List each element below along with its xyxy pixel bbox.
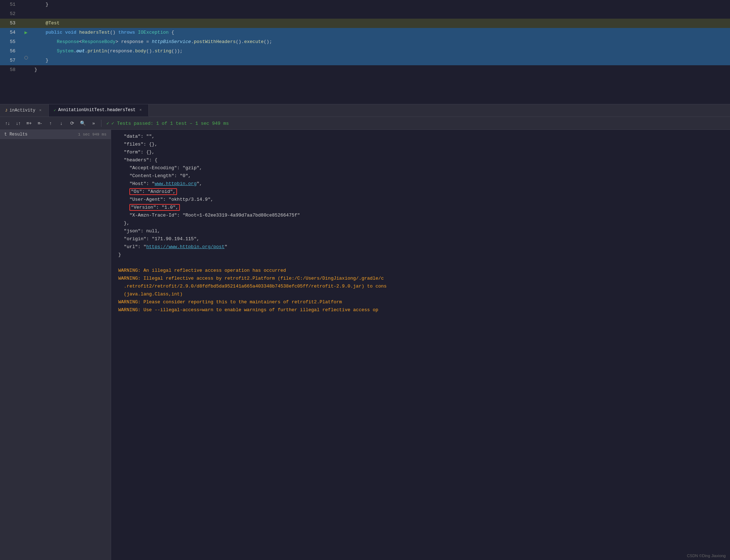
collapse-all-button[interactable]: ≡- [35,119,44,128]
output-line-7: "Host": "www.httpbin.org", [118,180,723,188]
next-button[interactable]: ↓ [57,119,66,128]
tab-icon-2: ✓ [54,108,56,113]
line-content-57: } [32,56,730,65]
line-gutter-57 [20,56,32,60]
code-line-53: 53 @Test [0,19,730,28]
tab-headers-test[interactable]: ✓ AnnitationUnitTest.headersTest × [49,104,149,117]
sort-desc-button[interactable]: ↓↑ [14,119,23,128]
sidebar-time: 1 sec 949 ms [78,132,106,137]
warning-line-3: .retrofit2/retrofit/2.9.0/d8fdfbd5da9521… [118,283,723,290]
code-line-55: 55 Response<ResponseBody> response = htt… [0,37,730,47]
tab-icon-1: J [5,108,8,113]
output-line-11: "X-Amzn-Trace-Id": "Root=1-62ee3319-4a99… [118,212,723,219]
line-number-51: 51 [0,0,20,9]
line-content-56: System.out.println(response.body().strin… [32,47,730,56]
output-line-3: "form": {}, [118,148,723,156]
more-button[interactable]: » [89,119,98,128]
code-line-54: 54 ▶ public void headersTest() throws IO… [0,28,730,37]
prev-button[interactable]: ↑ [46,119,55,128]
tab-close-1[interactable]: × [38,108,43,113]
output-line-6: "Content-Length": "0", [118,172,723,180]
expand-all-button[interactable]: ≡+ [24,119,34,128]
tab-label-1: inActivity [10,108,35,113]
output-area[interactable]: "data": "", "files": {}, "form": {}, "he… [111,130,730,560]
left-sidebar: t Results 1 sec 949 ms [0,130,111,560]
main-panel: t Results 1 sec 949 ms "data": "", "file… [0,130,730,560]
line-content-54: public void headersTest() throws IOExcep… [32,28,730,37]
line-number-54: 54 [0,28,20,37]
output-line-8: "Os": "Android", [118,188,723,196]
output-line-15: "url": "https://www.httpbin.org/post" [118,243,723,251]
code-line-57: 57 } [0,56,730,65]
warning-line-5: WARNING: Please consider reporting this … [118,298,723,306]
sort-asc-button[interactable]: ↑↓ [3,119,12,128]
line-content-53: @Test [32,19,730,28]
line-number-58: 58 [0,65,20,75]
output-line-4: "headers": { [118,156,723,164]
warning-line-2: WARNING: Illegal reflective access by re… [118,275,723,283]
httpbin-link-1[interactable]: www.httpbin.org [154,181,196,186]
toolbar-separator [101,120,101,127]
output-line-17 [118,259,723,267]
tab-bar: J inActivity × ✓ AnnitationUnitTest.head… [0,104,730,117]
output-line-10: "Version": "1.0", [118,204,723,212]
line-number-52: 52 [0,9,20,19]
output-line-1: "data": "", [118,133,723,141]
line-gutter-54: ▶ [20,28,32,37]
output-line-12: }, [118,219,723,227]
code-block: 51 } 52 53 @Test 54 ▶ public void header… [0,0,730,75]
line-number-53: 53 [0,19,20,28]
test-pass-icon: ✓ [106,120,109,126]
httpbin-link-2[interactable]: https://www.httpbin.org/post [146,244,224,250]
editor-area: 51 } 52 53 @Test 54 ▶ public void header… [0,0,730,104]
breakpoint-icon [24,56,28,60]
output-line-5: "Accept-Encoding": "gzip", [118,164,723,172]
tab-close-2[interactable]: × [138,107,143,113]
code-line-52: 52 [0,9,730,19]
code-line-51: 51 } [0,0,730,9]
tab-inactivity[interactable]: J inActivity × [0,104,49,117]
output-line-2: "files": {}, [118,141,723,148]
warning-line-1: WARNING: An illegal reflective access op… [118,267,723,275]
tab-label-2: AnnitationUnitTest.headersTest [58,108,135,113]
rerun-button[interactable]: ⟳ [67,119,77,128]
output-line-13: "json": null, [118,227,723,235]
version-highlight: "Version": "1.0", [129,204,180,211]
os-highlight: "Os": "Android", [129,188,177,195]
sidebar-title: t Results [4,132,28,137]
line-content-58: } [32,65,730,75]
output-line-16: } [118,251,723,259]
line-number-56: 56 [0,47,20,56]
test-status-text: ✓ Tests passed: 1 of 1 test – 1 sec 949 … [111,120,229,126]
line-content-51: } [32,0,730,9]
output-line-14: "origin": "171.90.194.115", [118,235,723,243]
output-line-9: "User-Agent": "okhttp/3.14.9", [118,196,723,204]
test-status: ✓ ✓ Tests passed: 1 of 1 test – 1 sec 94… [106,120,229,126]
sidebar-header: t Results 1 sec 949 ms [0,130,111,139]
code-line-58: 58 } [0,65,730,75]
run-icon[interactable]: ▶ [24,28,27,37]
warning-line-4: (java.lang.Class,int) [118,290,723,298]
code-line-56: 56 System.out.println(response.body().st… [0,47,730,56]
toolbar: ↑↓ ↓↑ ≡+ ≡- ↑ ↓ ⟳ 🔍 » ✓ ✓ Tests passed: … [0,117,730,130]
search-button[interactable]: 🔍 [78,119,87,128]
line-number-57: 57 [0,56,20,65]
line-number-55: 55 [0,37,20,47]
warning-line-6: WARNING: Use --illegal-access=warn to en… [118,306,723,314]
watermark: CSDN ©Ding Jiaxiong [687,554,726,558]
line-content-55: Response<ResponseBody> response = httpBi… [32,37,730,47]
